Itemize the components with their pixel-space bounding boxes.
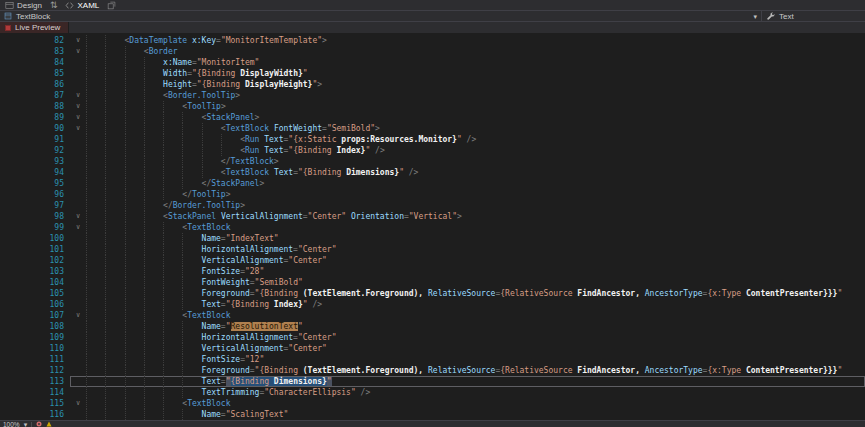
- fold-toggle-icon[interactable]: ∨: [70, 310, 86, 321]
- code-text[interactable]: TextTrimming="CharacterEllipsis" />: [86, 387, 865, 398]
- code-line[interactable]: 113Text="{Binding Dimensions}": [0, 376, 865, 387]
- code-line[interactable]: 94<TextBlock Text="{Binding Dimensions}"…: [0, 167, 865, 178]
- code-text[interactable]: <ToolTip>: [86, 101, 865, 112]
- code-line[interactable]: 99∨<TextBlock: [0, 222, 865, 233]
- token: "MonitorItem": [197, 58, 260, 67]
- code-text[interactable]: FontSize="12": [86, 354, 865, 365]
- code-line[interactable]: 87∨<Border.ToolTip>: [0, 90, 865, 101]
- indent-guide: [125, 222, 144, 233]
- warning-icon[interactable]: [46, 421, 52, 427]
- fold-toggle-icon[interactable]: ∨: [70, 35, 86, 46]
- code-text[interactable]: Name="ResolutionText": [86, 321, 865, 332]
- code-text[interactable]: </ToolTip>: [86, 189, 865, 200]
- code-line[interactable]: 112Foreground="{Binding (TextElement.For…: [0, 365, 865, 376]
- code-line[interactable]: 116Name="ScalingText": [0, 409, 865, 420]
- fold-toggle-icon[interactable]: ∨: [70, 211, 86, 222]
- zoom-level[interactable]: 100%: [3, 421, 20, 427]
- code-text[interactable]: Foreground="{Binding (TextElement.Foregr…: [86, 365, 865, 376]
- code-line[interactable]: 98∨<StackPanel VerticalAlignment="Center…: [0, 211, 865, 222]
- popout-pane-icon[interactable]: [107, 1, 116, 10]
- code-text[interactable]: x:Name="MonitorItem": [86, 57, 865, 68]
- code-text[interactable]: <Run Text="{Binding Index}" />: [86, 145, 865, 156]
- code-line[interactable]: 83∨<Border: [0, 46, 865, 57]
- code-line[interactable]: 103FontSize="28": [0, 266, 865, 277]
- code-text[interactable]: HorizontalAlignment="Center": [86, 244, 865, 255]
- code-line[interactable]: 86Height="{Binding DisplayHeight}">: [0, 79, 865, 90]
- fold-toggle-icon[interactable]: ∨: [70, 46, 86, 57]
- code-text[interactable]: <TextBlock FontWeight="SemiBold">: [86, 123, 865, 134]
- code-line[interactable]: 110VerticalAlignment="Center": [0, 343, 865, 354]
- code-text[interactable]: <StackPanel>: [86, 112, 865, 123]
- xaml-view-button[interactable]: XAML: [65, 1, 99, 10]
- error-icon[interactable]: [36, 421, 42, 427]
- code-text[interactable]: Text="{Binding Dimensions}": [86, 376, 865, 387]
- code-text[interactable]: </StackPanel>: [86, 178, 865, 189]
- code-line[interactable]: 102VerticalAlignment="Center": [0, 255, 865, 266]
- code-text[interactable]: <DataTemplate x:Key="MonitorItemTemplate…: [86, 35, 865, 46]
- fold-toggle-icon[interactable]: ∨: [70, 101, 86, 112]
- code-text[interactable]: <TextBlock Text="{Binding Dimensions}" /…: [86, 167, 865, 178]
- code-line[interactable]: 107∨<TextBlock: [0, 310, 865, 321]
- element-dropdown-caret-icon[interactable]: ▾: [753, 13, 757, 20]
- code-text[interactable]: <TextBlock: [86, 222, 865, 233]
- code-text[interactable]: <StackPanel VerticalAlignment="Center" O…: [86, 211, 865, 222]
- code-text[interactable]: <TextBlock: [86, 398, 865, 409]
- code-line[interactable]: 91<Run Text="{x:Static props:Resources.M…: [0, 134, 865, 145]
- fold-toggle-icon[interactable]: ∨: [70, 90, 86, 101]
- tab-live-preview[interactable]: Live Preview: [0, 22, 69, 33]
- code-text[interactable]: <TextBlock: [86, 310, 865, 321]
- code-line[interactable]: 114TextTrimming="CharacterEllipsis" />: [0, 387, 865, 398]
- xaml-code-editor[interactable]: 82∨<DataTemplate x:Key="MonitorItemTempl…: [0, 33, 865, 420]
- code-text[interactable]: <Run Text="{x:Static props:Resources.Mon…: [86, 134, 865, 145]
- code-text[interactable]: <Border: [86, 46, 865, 57]
- code-text[interactable]: Width="{Binding DisplayWidth}": [86, 68, 865, 79]
- code-line[interactable]: 92<Run Text="{Binding Index}" />: [0, 145, 865, 156]
- code-line[interactable]: 104FontWeight="SemiBold": [0, 277, 865, 288]
- design-view-button[interactable]: Design: [5, 1, 42, 10]
- line-body: ∨<Border.ToolTip>: [70, 90, 865, 101]
- code-text[interactable]: VerticalAlignment="Center": [86, 255, 865, 266]
- code-text[interactable]: Height="{Binding DisplayHeight}">: [86, 79, 865, 90]
- code-line[interactable]: 101HorizontalAlignment="Center": [0, 244, 865, 255]
- property-selector-dropdown[interactable]: Text: [761, 11, 865, 21]
- code-text[interactable]: Name="IndexText": [86, 233, 865, 244]
- code-line[interactable]: 88∨<ToolTip>: [0, 101, 865, 112]
- code-text[interactable]: FontWeight="SemiBold": [86, 277, 865, 288]
- code-line[interactable]: 100Name="IndexText": [0, 233, 865, 244]
- code-text[interactable]: <Border.ToolTip>: [86, 90, 865, 101]
- code-line[interactable]: 96</ToolTip>: [0, 189, 865, 200]
- fold-toggle-icon[interactable]: ∨: [70, 112, 86, 123]
- code-line[interactable]: 93</TextBlock>: [0, 156, 865, 167]
- indent-guide: [182, 266, 201, 277]
- indent-guide: [144, 387, 163, 398]
- fold-toggle-icon[interactable]: ∨: [70, 123, 86, 134]
- fold-toggle-icon[interactable]: ∨: [70, 398, 86, 409]
- code-line[interactable]: 106Text="{Binding Index}" />: [0, 299, 865, 310]
- code-line[interactable]: 95</StackPanel>: [0, 178, 865, 189]
- code-line[interactable]: 90∨<TextBlock FontWeight="SemiBold">: [0, 123, 865, 134]
- code-text[interactable]: VerticalAlignment="Center": [86, 343, 865, 354]
- code-line[interactable]: 111FontSize="12": [0, 354, 865, 365]
- code-line[interactable]: 108Name="ResolutionText": [0, 321, 865, 332]
- code-text[interactable]: FontSize="28": [86, 266, 865, 277]
- element-selector-dropdown[interactable]: TextBlock ▾: [0, 11, 761, 21]
- code-line[interactable]: 109HorizontalAlignment="Center": [0, 332, 865, 343]
- swap-panes-icon[interactable]: ⇅: [50, 1, 58, 10]
- code-text[interactable]: Foreground="{Binding (TextElement.Foregr…: [86, 288, 865, 299]
- token: >: [240, 201, 245, 210]
- code-line[interactable]: 105Foreground="{Binding (TextElement.For…: [0, 288, 865, 299]
- zoom-caret-icon[interactable]: ▾: [24, 421, 28, 427]
- code-line[interactable]: 85Width="{Binding DisplayWidth}": [0, 68, 865, 79]
- code-text[interactable]: HorizontalAlignment="Center": [86, 332, 865, 343]
- code-text[interactable]: Text="{Binding Index}" />: [86, 299, 865, 310]
- code-line[interactable]: 115∨<TextBlock: [0, 398, 865, 409]
- code-line[interactable]: 97</Border.ToolTip>: [0, 200, 865, 211]
- token: (TextElement.Foreground),: [298, 366, 428, 375]
- code-line[interactable]: 89∨<StackPanel>: [0, 112, 865, 123]
- code-line[interactable]: 84x:Name="MonitorItem": [0, 57, 865, 68]
- code-text[interactable]: </Border.ToolTip>: [86, 200, 865, 211]
- fold-toggle-icon[interactable]: ∨: [70, 222, 86, 233]
- code-text[interactable]: Name="ScalingText": [86, 409, 865, 420]
- code-line[interactable]: 82∨<DataTemplate x:Key="MonitorItemTempl…: [0, 35, 865, 46]
- code-text[interactable]: </TextBlock>: [86, 156, 865, 167]
